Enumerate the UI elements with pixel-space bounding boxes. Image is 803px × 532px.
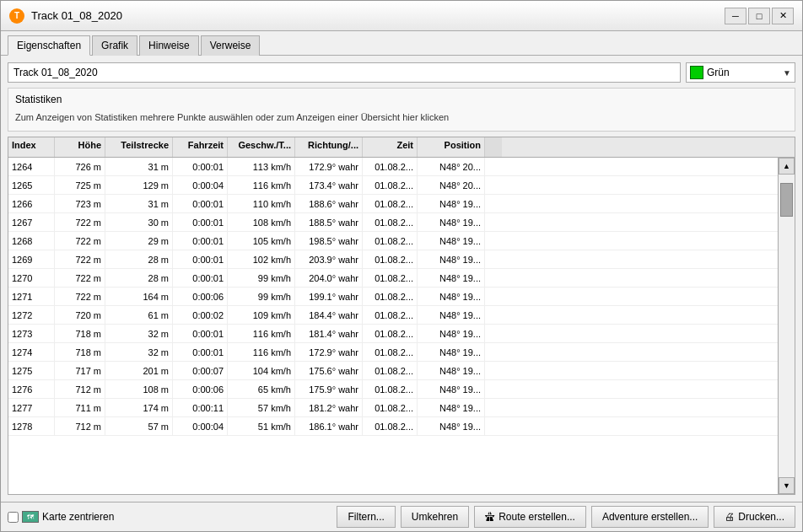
table-row[interactable]: 1268722 m29 m0:00:01105 km/h198.5° wahr0… [8,232,778,250]
col-header-hoehe: Höhe [55,137,105,157]
scroll-down-button[interactable]: ▼ [779,477,795,494]
table-cell: 1264 [8,158,55,175]
table-row[interactable]: 1274718 m32 m0:00:01116 km/h172.9° wahr0… [8,343,778,362]
col-header-richtung: Richtung/... [295,137,363,157]
table-cell: 1271 [8,287,55,305]
table-cell: 32 m [105,325,173,342]
tab-hinweise[interactable]: Hinweise [139,35,199,56]
print-button[interactable]: 🖨 Drucken... [714,506,795,528]
scroll-track[interactable] [779,175,795,477]
table-cell: 722 m [55,269,105,287]
table-cell: 1267 [8,213,55,231]
table-cell: 1274 [8,343,55,361]
reverse-button[interactable]: Umkehren [401,506,469,528]
scroll-up-button[interactable]: ▲ [779,158,795,175]
table-cell: 720 m [55,306,105,324]
table-cell: 1270 [8,269,55,287]
table-cell: 57 m [105,417,173,435]
tab-verweise[interactable]: Verweise [201,35,261,56]
table-cell: 0:00:04 [173,417,228,435]
table-row[interactable]: 1272720 m61 m0:00:02109 km/h184.4° wahr0… [8,306,778,325]
table-row[interactable]: 1269722 m28 m0:00:01102 km/h203.9° wahr0… [8,250,778,269]
table-cell: 102 km/h [228,250,295,268]
color-label: Grün [707,67,779,78]
col-header-teilstrecke: Teilstrecke [105,137,173,157]
table-row[interactable]: 1264726 m31 m0:00:01113 km/h172.9° wahr0… [8,158,778,176]
table-cell: 712 m [55,417,105,435]
statistics-info[interactable]: Zum Anzeigen von Statistiken mehrere Pun… [15,109,788,126]
filter-button[interactable]: Filtern... [337,506,395,528]
table-cell: 0:00:01 [173,250,228,268]
statistics-title: Statistiken [15,94,788,105]
table-cell: 01.08.2... [363,269,418,287]
table-cell: 1269 [8,250,55,268]
table-row[interactable]: 1266723 m31 m0:00:01110 km/h188.6° wahr0… [8,195,778,213]
table-row[interactable]: 1276712 m108 m0:00:0665 km/h175.9° wahr0… [8,380,778,399]
route-button[interactable]: 🛣 Route erstellen... [474,506,586,528]
table-cell: 722 m [55,250,105,268]
table-cell: 28 m [105,269,173,287]
table-cell: 32 m [105,343,173,361]
table-cell: 1276 [8,380,55,398]
table-cell: N48° 19... [418,380,485,398]
center-map-wrap: 🗺 Karte zentrieren [8,511,114,523]
center-map-label: Karte zentrieren [42,511,114,523]
table-cell: 186.1° wahr [295,417,363,435]
table-cell: 116 km/h [228,325,295,342]
table-cell: N48° 19... [418,213,485,231]
table-cell: 723 m [55,195,105,212]
table-cell: 1273 [8,325,55,342]
close-button[interactable]: ✕ [772,8,794,24]
table-header: Index Höhe Teilstrecke Fahrzeit Geschw./… [8,137,795,158]
table-row[interactable]: 1265725 m129 m0:00:04116 km/h173.4° wahr… [8,176,778,195]
table-cell: 1277 [8,399,55,416]
col-header-scroll [485,137,502,157]
table-cell: 01.08.2... [363,325,418,342]
table-cell: 0:00:01 [173,195,228,212]
table-row[interactable]: 1270722 m28 m0:00:0199 km/h204.0° wahr01… [8,269,778,287]
table-cell: 173.4° wahr [295,176,363,194]
route-icon: 🛣 [485,511,495,523]
table-cell: 188.6° wahr [295,195,363,212]
track-name-input[interactable] [8,62,681,83]
table-cell: 01.08.2... [363,195,418,212]
table-scroll-wrapper: 1264726 m31 m0:00:01113 km/h172.9° wahr0… [8,158,795,494]
minimize-button[interactable]: ─ [725,8,746,24]
table-cell: 0:00:02 [173,306,228,324]
table-row[interactable]: 1273718 m32 m0:00:01116 km/h181.4° wahr0… [8,325,778,343]
table-cell: 711 m [55,399,105,416]
table-cell: 712 m [55,380,105,398]
table-row[interactable]: 1275717 m201 m0:00:07104 km/h175.6° wahr… [8,362,778,380]
table-row[interactable]: 1278712 m57 m0:00:0451 km/h186.1° wahr01… [8,417,778,436]
table-body: 1264726 m31 m0:00:01113 km/h172.9° wahr0… [8,158,778,494]
scroll-thumb[interactable] [780,183,793,217]
table-row[interactable]: 1277711 m174 m0:00:1157 km/h181.2° wahr0… [8,399,778,417]
table-cell: 164 m [105,287,173,305]
center-map-checkbox[interactable] [8,512,19,523]
table-cell: 201 m [105,362,173,379]
table-cell: 1266 [8,195,55,212]
print-icon: 🖨 [725,511,735,523]
table-cell: N48° 19... [418,325,485,342]
table-cell: 0:00:01 [173,213,228,231]
table-cell: 718 m [55,343,105,361]
table-cell: 0:00:04 [173,176,228,194]
table-cell: N48° 19... [418,306,485,324]
tab-eigenschaften[interactable]: Eigenschaften [8,35,90,56]
adventure-button[interactable]: Adventure erstellen... [591,506,709,528]
tab-grafik[interactable]: Grafik [92,35,137,56]
table-cell: 0:00:01 [173,158,228,175]
table-row[interactable]: 1271722 m164 m0:00:0699 km/h199.1° wahr0… [8,287,778,306]
table-row[interactable]: 1267722 m30 m0:00:01108 km/h188.5° wahr0… [8,213,778,232]
table-cell: 722 m [55,213,105,231]
table-cell: 726 m [55,158,105,175]
color-dropdown[interactable]: Grün ▼ [686,62,795,83]
table-cell: 175.6° wahr [295,362,363,379]
table-cell: 181.2° wahr [295,399,363,416]
table-cell: 1268 [8,232,55,250]
scrollbar[interactable]: ▲ ▼ [778,158,795,494]
maximize-button[interactable]: □ [748,8,770,24]
title-controls: ─ □ ✕ [725,8,794,24]
table-cell: 01.08.2... [363,232,418,250]
table-cell: N48° 19... [418,417,485,435]
